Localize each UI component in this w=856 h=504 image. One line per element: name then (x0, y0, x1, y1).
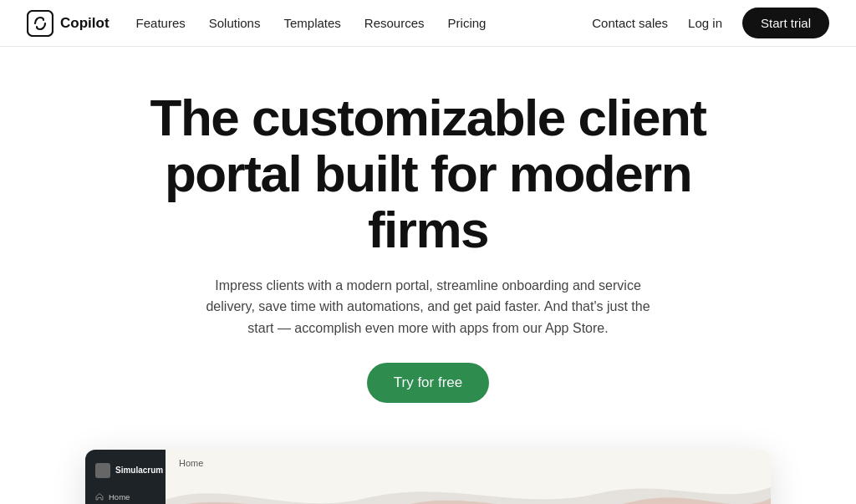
nav-item-solutions[interactable]: Solutions (209, 16, 261, 31)
nav-item-resources[interactable]: Resources (364, 16, 425, 31)
navbar: Copilot Features Solutions Templates Res… (0, 0, 856, 47)
log-in-link[interactable]: Log in (688, 16, 722, 30)
try-for-free-button[interactable]: Try for free (367, 363, 490, 403)
sidebar-item-home[interactable]: Home (85, 488, 166, 504)
logo[interactable]: Copilot (27, 10, 110, 37)
svg-rect-0 (28, 11, 53, 36)
logo-text: Copilot (60, 15, 110, 32)
nav-right: Contact sales Log in Start trial (592, 8, 829, 38)
contact-sales-link[interactable]: Contact sales (592, 16, 668, 30)
wave-visualization (166, 466, 771, 504)
sidebar-brand-icon (95, 463, 110, 478)
app-sidebar: Simulacrum Home Messages 1 Files (85, 450, 166, 504)
home-icon (95, 492, 104, 501)
nav-links: Features Solutions Templates Resources P… (136, 16, 487, 31)
sidebar-brand: Simulacrum (85, 460, 166, 488)
nav-item-features[interactable]: Features (136, 16, 186, 31)
nav-left: Copilot Features Solutions Templates Res… (27, 10, 486, 37)
hero-section: The customizable client portal built for… (0, 47, 856, 430)
app-preview: Simulacrum Home Messages 1 Files (85, 450, 771, 504)
nav-item-templates[interactable]: Templates (283, 16, 340, 31)
hero-subtext: Impress clients with a modern portal, st… (194, 275, 662, 339)
nav-item-pricing[interactable]: Pricing (448, 16, 487, 31)
hero-headline: The customizable client portal built for… (102, 90, 754, 258)
start-trial-button[interactable]: Start trial (742, 8, 829, 38)
app-main-header: Home (166, 450, 771, 468)
app-main-content: Home (166, 450, 771, 504)
